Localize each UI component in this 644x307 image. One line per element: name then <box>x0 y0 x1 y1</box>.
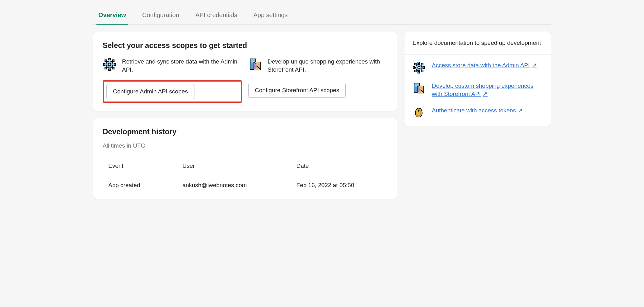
docs-card: Explore documentation to speed up develo… <box>404 32 551 126</box>
table-row: App created ankush@iwebnotes.com Feb 16,… <box>103 175 388 196</box>
gear-icon <box>413 61 425 74</box>
svg-rect-29 <box>414 70 416 72</box>
svg-rect-25 <box>413 67 415 68</box>
admin-api-block: Retrieve and sync store data with the Ad… <box>103 58 242 103</box>
docs-link-auth-tokens[interactable]: Authenticate with access tokens↗ <box>432 106 523 115</box>
docs-link-storefront-api[interactable]: Develop custom shopping experiences with… <box>432 82 543 98</box>
storefront-icon <box>413 82 425 94</box>
external-link-icon: ↗ <box>532 62 537 68</box>
storefront-api-description: Develop unique shopping experiences with… <box>268 58 388 74</box>
external-link-icon: ↗ <box>518 107 523 114</box>
storefront-icon <box>248 58 262 71</box>
col-event: Event <box>103 158 177 175</box>
docs-item-auth-tokens: Authenticate with access tokens↗ <box>413 106 543 119</box>
docs-link-admin-api[interactable]: Access store data with the Admin API↗ <box>432 61 537 70</box>
gear-icon <box>103 58 116 71</box>
storefront-api-block: Develop unique shopping experiences with… <box>248 58 388 103</box>
highlight-admin-scopes: Configure Admin API scopes <box>103 80 242 103</box>
svg-rect-28 <box>421 63 423 65</box>
external-link-icon: ↗ <box>483 91 488 97</box>
svg-rect-23 <box>418 62 419 63</box>
development-history-card: Development history All times in UTC. Ev… <box>93 118 397 199</box>
tab-app-settings[interactable]: App settings <box>251 6 289 25</box>
col-date: Date <box>291 158 388 175</box>
cell-date: Feb 16, 2022 at 05:50 <box>291 175 388 196</box>
configure-admin-api-button[interactable]: Configure Admin API scopes <box>106 84 194 99</box>
configure-storefront-api-button[interactable]: Configure Storefront API scopes <box>248 83 346 98</box>
docs-header: Explore documentation to speed up develo… <box>404 32 551 54</box>
access-scopes-card: Select your access scopes to get started <box>93 32 397 111</box>
col-user: User <box>177 158 291 175</box>
token-icon <box>413 106 425 119</box>
docs-item-admin-api: Access store data with the Admin API↗ <box>413 61 543 74</box>
cell-user: ankush@iwebnotes.com <box>177 175 291 196</box>
cell-event: App created <box>103 175 177 196</box>
tab-configuration[interactable]: Configuration <box>140 6 181 25</box>
tab-overview[interactable]: Overview <box>96 6 128 25</box>
svg-rect-26 <box>423 67 424 68</box>
history-table: Event User Date App created ankush@iwebn… <box>103 158 388 196</box>
svg-rect-30 <box>421 70 423 72</box>
docs-item-storefront-api: Develop custom shopping experiences with… <box>413 82 543 98</box>
tab-api-credentials[interactable]: API credentials <box>194 6 239 25</box>
history-title: Development history <box>103 126 388 137</box>
svg-point-32 <box>418 66 420 68</box>
tabs-nav: Overview Configuration API credentials A… <box>93 6 551 25</box>
scopes-title: Select your access scopes to get started <box>103 40 388 51</box>
history-subtitle: All times in UTC. <box>103 142 388 150</box>
svg-rect-27 <box>414 63 416 65</box>
svg-point-9 <box>108 63 111 66</box>
svg-rect-24 <box>418 71 419 73</box>
admin-api-description: Retrieve and sync store data with the Ad… <box>122 58 242 74</box>
